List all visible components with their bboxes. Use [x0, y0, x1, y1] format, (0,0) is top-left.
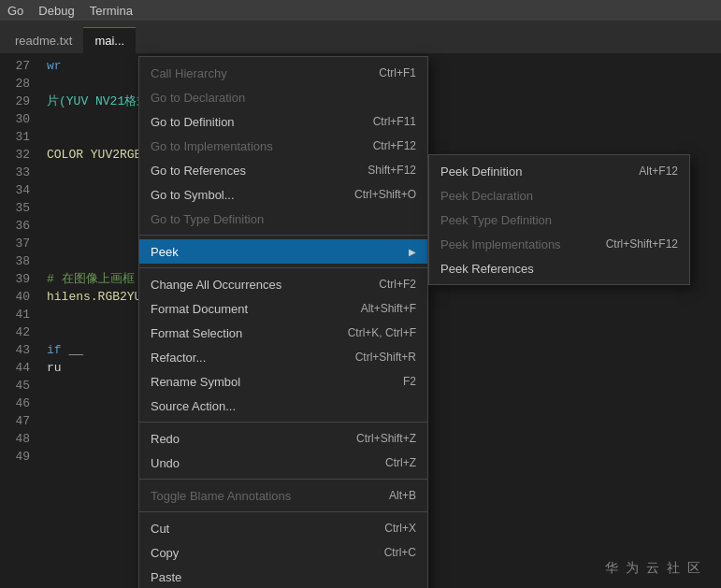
watermark: 华 为 云 社 区 [605, 560, 702, 577]
menu-refactor[interactable]: Refactor... Ctrl+Shift+R [139, 345, 427, 369]
context-menu: Call Hierarchy Ctrl+F1 Go to Declaration… [138, 56, 428, 588]
menu-source-action[interactable]: Source Action... [139, 394, 427, 418]
menu-format-document[interactable]: Format Document Alt+Shift+F [139, 296, 427, 321]
menu-toggle-blame[interactable]: Toggle Blame Annotations Alt+B [139, 483, 427, 508]
separator-4 [139, 479, 427, 480]
menu-cut[interactable]: Cut Ctrl+X [139, 516, 427, 540]
menu-peek[interactable]: Peek ▶ [139, 239, 427, 264]
menu-go-to-type-definition[interactable]: Go to Type Definition [139, 207, 427, 231]
submenu-peek-type-definition[interactable]: Peek Type Definition [429, 208, 689, 232]
menubar: Go Debug Termina [0, 0, 721, 21]
tab-main[interactable]: mai... [83, 27, 136, 53]
separator-1 [139, 235, 427, 236]
menu-change-all-occurrences[interactable]: Change All Occurrences Ctrl+F2 [139, 272, 427, 296]
submenu-peek-declaration[interactable]: Peek Declaration [429, 183, 689, 208]
menu-format-selection[interactable]: Format Selection Ctrl+K, Ctrl+F [139, 321, 427, 345]
submenu-peek-definition[interactable]: Peek Definition Alt+F12 [429, 159, 689, 183]
menu-go-to-declaration[interactable]: Go to Declaration [139, 85, 427, 109]
submenu-peek-implementations[interactable]: Peek Implementations Ctrl+Shift+F12 [429, 232, 689, 256]
menu-go-to-symbol[interactable]: Go to Symbol... Ctrl+Shift+O [139, 182, 427, 207]
submenu-peek-references[interactable]: Peek References [429, 256, 689, 280]
separator-5 [139, 511, 427, 512]
separator-3 [139, 422, 427, 423]
menu-go-to-definition[interactable]: Go to Definition Ctrl+F11 [139, 109, 427, 134]
menu-paste[interactable]: Paste [139, 565, 427, 588]
menubar-debug[interactable]: Debug [38, 4, 74, 18]
menu-go-to-implementations[interactable]: Go to Implementations Ctrl+F12 [139, 134, 427, 158]
menu-redo[interactable]: Redo Ctrl+Shift+Z [139, 426, 427, 451]
tabbar: readme.txt mai... [0, 21, 721, 53]
menubar-go[interactable]: Go [7, 4, 23, 18]
tab-readme[interactable]: readme.txt [4, 27, 83, 53]
submenu-peek: Peek Definition Alt+F12 Peek Declaration… [428, 154, 690, 285]
menu-undo[interactable]: Undo Ctrl+Z [139, 451, 427, 475]
line-numbers: 27 28 29 30 31 32 33 34 35 36 37 38 39 4… [0, 53, 37, 588]
menu-rename-symbol[interactable]: Rename Symbol F2 [139, 369, 427, 394]
separator-2 [139, 267, 427, 268]
menu-go-to-references[interactable]: Go to References Shift+F12 [139, 158, 427, 182]
submenu-arrow-icon: ▶ [409, 247, 416, 257]
menu-copy[interactable]: Copy Ctrl+C [139, 540, 427, 565]
menubar-terminal[interactable]: Termina [90, 4, 133, 18]
menu-call-hierarchy[interactable]: Call Hierarchy Ctrl+F1 [139, 61, 427, 85]
